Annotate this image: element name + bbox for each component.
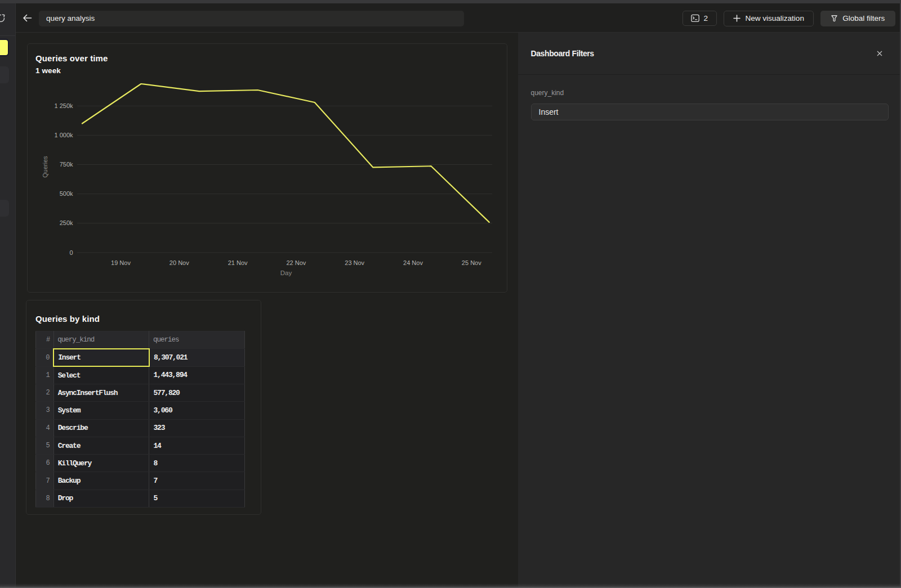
svg-text:1 250k: 1 250k — [54, 102, 73, 109]
svg-text:Day: Day — [280, 270, 292, 276]
svg-text:Queries: Queries — [41, 155, 48, 177]
svg-text:1 000k: 1 000k — [54, 132, 73, 138]
svg-text:25 Nov: 25 Nov — [461, 259, 481, 266]
svg-text:19 Nov: 19 Nov — [111, 259, 131, 266]
svg-text:22 Nov: 22 Nov — [286, 259, 306, 266]
svg-text:250k: 250k — [59, 219, 73, 226]
svg-text:24 Nov: 24 Nov — [403, 259, 423, 266]
svg-text:20 Nov: 20 Nov — [169, 259, 189, 266]
svg-text:23 Nov: 23 Nov — [345, 259, 364, 266]
svg-text:500k: 500k — [59, 190, 73, 197]
svg-text:0: 0 — [69, 249, 73, 255]
svg-text:21 Nov: 21 Nov — [228, 259, 247, 266]
svg-text:750k: 750k — [59, 161, 73, 168]
